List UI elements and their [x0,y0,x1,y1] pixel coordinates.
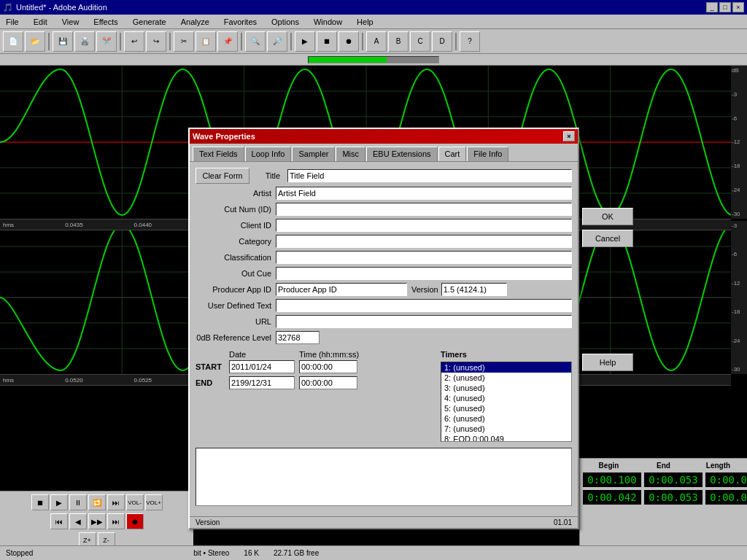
wave-properties-dialog: Wave Properties × Text Fields Loop Info … [188,128,579,529]
version-label: Version [411,285,438,294]
tab-ebu-extensions[interactable]: EBU Extensions [366,147,437,161]
timers-section: Date Time (hh:mm:ss) START END [196,350,572,442]
version-input[interactable] [441,283,507,296]
cut-num-input[interactable] [276,203,572,216]
classification-row: Classification [196,251,572,264]
start-date-input[interactable] [229,360,295,373]
classification-label: Classification [196,253,276,262]
timers-left: Date Time (hh:mm:ss) START END [196,350,435,442]
end-date-input[interactable] [229,376,295,389]
odb-row: 0dB Reference Level [196,331,572,344]
timer-list-item[interactable]: 6: (unused) [441,413,571,424]
ok-button[interactable]: OK [582,208,633,225]
url-label: URL [196,317,276,326]
timer-list-item[interactable]: 4: (unused) [441,393,571,403]
start-col-labels: Date Time (hh:mm:ss) [196,350,435,359]
cancel-button[interactable]: Cancel [582,230,633,247]
help-button[interactable]: Help [582,354,633,371]
out-cue-label: Out Cue [196,269,276,278]
client-id-row: Client ID [196,219,572,232]
dialog-title: Wave Properties [193,132,255,141]
timers-list[interactable]: 1: (unused)2: (unused)3: (unused)4: (unu… [441,362,572,442]
producer-app-id-input[interactable] [276,283,407,296]
tab-file-info[interactable]: File Info [467,147,508,161]
odb-label: 0dB Reference Level [196,333,276,342]
user-defined-text-row: User Defined Text [196,299,572,312]
end-label: END [196,378,225,387]
dialog-tabs: Text Fields Loop Info Sampler Misc EBU E… [190,144,578,162]
user-defined-text-label: User Defined Text [196,301,276,310]
end-row: END [196,376,435,389]
clear-form-button[interactable]: Clear Form [196,168,249,184]
url-input[interactable] [276,315,572,328]
tab-loop-info[interactable]: Loop Info [245,147,292,161]
dialog-body: Clear Form Title Artist Cut Num (ID) Cli… [190,162,578,516]
cart-text-area[interactable] [196,448,572,506]
classification-input[interactable] [276,251,572,264]
timers-right: Timers 1: (unused)2: (unused)3: (unused)… [441,350,572,442]
url-row: URL [196,315,572,328]
timer-list-item[interactable]: 1: (unused) [441,362,571,373]
timers-list-label: Timers [441,350,572,359]
artist-input[interactable] [276,187,572,200]
category-input[interactable] [276,235,572,248]
tab-misc[interactable]: Misc [336,147,365,161]
title-input[interactable] [287,169,572,182]
category-row: Category [196,235,572,248]
cut-num-row: Cut Num (ID) [196,203,572,216]
timer-list-item[interactable]: 3: (unused) [441,383,571,393]
user-defined-text-input[interactable] [276,299,572,312]
category-label: Category [196,237,276,246]
out-cue-row: Out Cue [196,267,572,280]
dialog-action-buttons: OK Cancel Help [582,208,633,371]
producer-app-id-label: Producer App ID [196,285,276,294]
date-col-label: Date [229,350,295,359]
tab-text-fields[interactable]: Text Fields [193,147,244,161]
start-label: START [196,362,225,371]
start-row: START [196,360,435,373]
time-col-label: Time (hh:mm:ss) [299,350,359,359]
producer-app-id-row: Producer App ID Version [196,283,572,296]
title-row: Clear Form Title [196,168,572,184]
footer-version-label: Version [196,518,220,526]
odb-input[interactable] [276,331,320,344]
dialog-close-button[interactable]: × [563,131,575,141]
timer-list-item[interactable]: 8: EOD 0:00.049 [441,434,571,442]
timer-list-item[interactable]: 7: (unused) [441,424,571,434]
footer-version-value: 01.01 [554,518,572,526]
cut-num-label: Cut Num (ID) [196,205,276,214]
timer-list-item[interactable]: 5: (unused) [441,403,571,413]
dialog-overlay: Wave Properties × Text Fields Loop Info … [0,0,747,560]
tab-sampler[interactable]: Sampler [292,147,335,161]
start-group: Date Time (hh:mm:ss) START END [196,350,435,392]
out-cue-input[interactable] [276,267,572,280]
end-time-input[interactable] [299,376,357,389]
start-time-input[interactable] [299,360,357,373]
client-id-input[interactable] [276,219,572,232]
dialog-footer: Version 01.01 [190,516,578,528]
title-label: Title [254,171,283,180]
client-id-label: Client ID [196,221,276,230]
artist-label: Artist [196,189,276,198]
tab-cart[interactable]: Cart [438,147,467,161]
artist-row: Artist [196,187,572,200]
timer-list-item[interactable]: 2: (unused) [441,373,571,383]
dialog-titlebar: Wave Properties × [190,129,578,144]
